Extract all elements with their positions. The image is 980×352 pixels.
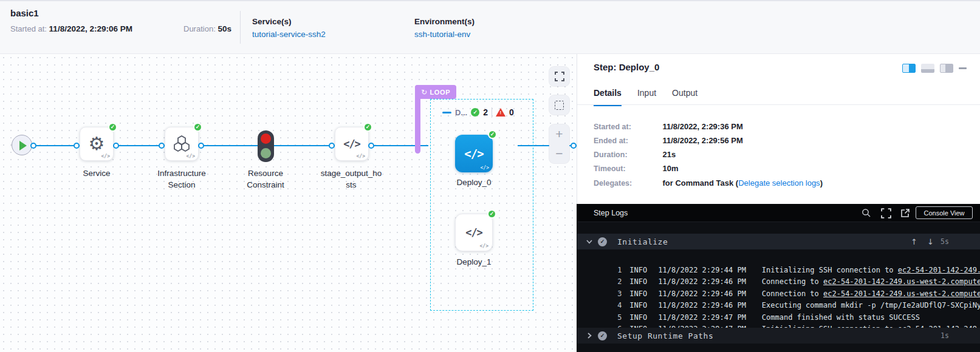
- loop-success-count: 2: [483, 107, 488, 117]
- log-line: 5INFO11/8/2022 2:29:47 PMCommand finishe…: [577, 300, 980, 312]
- section-duration: 1s: [941, 331, 949, 340]
- loop-failed-count: 0: [509, 107, 514, 117]
- execution-header: basic1 Started at: 11/8/2022, 2:29:06 PM…: [0, 0, 980, 54]
- node-service[interactable]: ⚙ </> ✓: [80, 127, 114, 161]
- services-column: Service(s) tutorial-service-ssh2: [252, 17, 326, 39]
- node-infrastructure-section[interactable]: </> ✓: [165, 127, 199, 161]
- canvas-fullscreen-button[interactable]: [549, 67, 569, 86]
- log-section-setup-runtime-paths[interactable]: ✓ Setup Runtime Paths 1s: [577, 328, 980, 344]
- loop-container: [430, 99, 533, 311]
- code-mini-icon: </>: [357, 154, 365, 159]
- section-success-icon: ✓: [598, 331, 607, 340]
- log-section-name: Initialize: [617, 237, 668, 246]
- step-logs-title: Step Logs: [594, 209, 628, 217]
- edge-connector: [159, 143, 165, 149]
- detail-label: Started at:: [594, 123, 660, 131]
- pipeline-canvas[interactable]: ⚙ </> ✓ Service </> ✓ Infrastructure Sec…: [0, 54, 577, 352]
- environment-link[interactable]: ssh-tutorial-env: [414, 30, 475, 39]
- delegate-selection-logs-link[interactable]: Delegate selection logs: [738, 178, 820, 188]
- code-mini-icon: </>: [480, 243, 488, 249]
- pipeline-edge: [199, 145, 258, 146]
- open-in-new-tab-icon[interactable]: [900, 208, 910, 218]
- console-view-button[interactable]: Console View: [916, 206, 973, 219]
- edge-connector: [30, 143, 36, 149]
- scroll-top-icon[interactable]: ↑: [911, 237, 917, 246]
- log-line: 1INFO11/8/2022 2:29:44 PMInitializing SS…: [577, 252, 980, 265]
- detail-value: 11/8/2022, 2:29:56 PM: [662, 136, 742, 145]
- node-stage-output-hosts[interactable]: </> </> ✓: [335, 127, 369, 161]
- node-deploy-1[interactable]: </> </> ✓: [455, 214, 493, 251]
- code-mini-icon: </>: [481, 165, 489, 171]
- detail-row-started: Started at: 11/8/2022, 2:29:36 PM: [594, 122, 743, 131]
- layout-right-icon[interactable]: [940, 64, 953, 73]
- edge-connector: [74, 143, 80, 149]
- duration: Duration: 50s: [183, 24, 231, 33]
- pipeline-execution-view: basic1 Started at: 11/8/2022, 2:29:06 PM…: [0, 0, 980, 352]
- node-label-deploy-1: Deploy_1: [437, 256, 510, 268]
- layout-split-right-icon[interactable]: [902, 64, 916, 73]
- detail-value: for Command Task (: [662, 178, 738, 188]
- loop-header-divider: [492, 107, 492, 118]
- detail-label: Duration:: [594, 151, 660, 159]
- loop-icon: ↻: [421, 88, 428, 96]
- chevron-right-icon: [586, 332, 593, 339]
- scroll-bottom-icon[interactable]: ↓: [927, 237, 934, 246]
- success-check-icon: ✓: [363, 123, 372, 132]
- detail-row-ended: Ended at: 11/8/2022, 2:29:56 PM: [594, 136, 743, 145]
- loop-group-header: D... ✓ 2 0: [442, 106, 514, 118]
- detail-value: 21s: [662, 150, 676, 159]
- node-label-service: Service: [60, 168, 133, 179]
- step-panel-title: Step: Deploy_0: [594, 62, 659, 72]
- started-at-value: 11/8/2022, 2:29:06 PM: [49, 24, 132, 33]
- search-icon[interactable]: [862, 208, 871, 218]
- node-label-resource-constraint: Resource Constraint: [229, 168, 302, 191]
- log-section-initialize[interactable]: ✓ Initialize ↑ ↓ 5s: [577, 234, 980, 249]
- canvas-select-button[interactable]: [549, 95, 569, 115]
- minimize-icon[interactable]: [959, 67, 967, 69]
- log-line: 6INFO11/8/2022 2:29:47 PMInitializing SS…: [577, 312, 980, 324]
- step-details-panel: Step: Deploy_0 Details Input Output Star…: [577, 54, 980, 204]
- started-at: Started at: 11/8/2022, 2:29:06 PM: [10, 24, 132, 33]
- code-icon: </>: [343, 138, 360, 150]
- detail-label: Ended at:: [594, 137, 660, 145]
- detail-row-timeout: Timeout: 10m: [594, 164, 679, 173]
- success-check-icon: ✓: [193, 123, 202, 132]
- detail-value: ): [820, 178, 823, 188]
- log-section-name: Setup Runtime Paths: [617, 331, 713, 340]
- node-deploy-0[interactable]: </> </> ✓: [455, 135, 493, 172]
- node-resource-constraint[interactable]: [258, 130, 274, 162]
- started-at-label: Started at:: [10, 24, 47, 33]
- edge-connector: [198, 143, 204, 149]
- log-line: 3INFO11/8/2022 2:29:46 PMConnection to e…: [577, 276, 980, 288]
- canvas-zoom-control: + −: [549, 124, 569, 163]
- traffic-light-red: [261, 134, 271, 144]
- code-mini-icon: </>: [187, 154, 195, 159]
- zoom-in-button[interactable]: +: [549, 127, 569, 141]
- marquee-select-icon: [555, 101, 564, 110]
- detail-label: Delegates:: [594, 179, 660, 188]
- success-check-icon: ✓: [108, 123, 117, 132]
- step-tabs: Details Input Output: [594, 88, 697, 106]
- node-label-deploy-0: Deploy_0: [437, 177, 510, 188]
- header-divider: [240, 11, 241, 44]
- section-duration: 5s: [941, 237, 949, 246]
- tab-input[interactable]: Input: [637, 88, 656, 106]
- pipeline-start-node[interactable]: [12, 135, 32, 155]
- tab-details[interactable]: Details: [594, 88, 622, 106]
- service-link[interactable]: tutorial-service-ssh2: [252, 30, 326, 39]
- log-line: 4INFO11/8/2022 2:29:46 PMExecuting comma…: [577, 288, 980, 300]
- detail-value: 10m: [662, 164, 678, 173]
- logs-fullscreen-icon[interactable]: [881, 208, 891, 218]
- tab-output[interactable]: Output: [672, 88, 697, 106]
- detail-value: 11/8/2022, 2:29:36 PM: [662, 122, 742, 131]
- layout-bottom-icon[interactable]: [921, 64, 934, 73]
- services-label: Service(s): [252, 17, 326, 26]
- chevron-down-icon: [586, 238, 593, 245]
- edge-connector: [113, 143, 119, 149]
- warning-triangle-icon: [496, 108, 505, 117]
- collapse-icon[interactable]: [442, 112, 451, 113]
- zoom-out-button[interactable]: −: [549, 147, 569, 160]
- gear-icon: ⚙: [89, 135, 105, 153]
- code-icon: </>: [465, 226, 482, 239]
- panel-layout-controls: [902, 64, 967, 73]
